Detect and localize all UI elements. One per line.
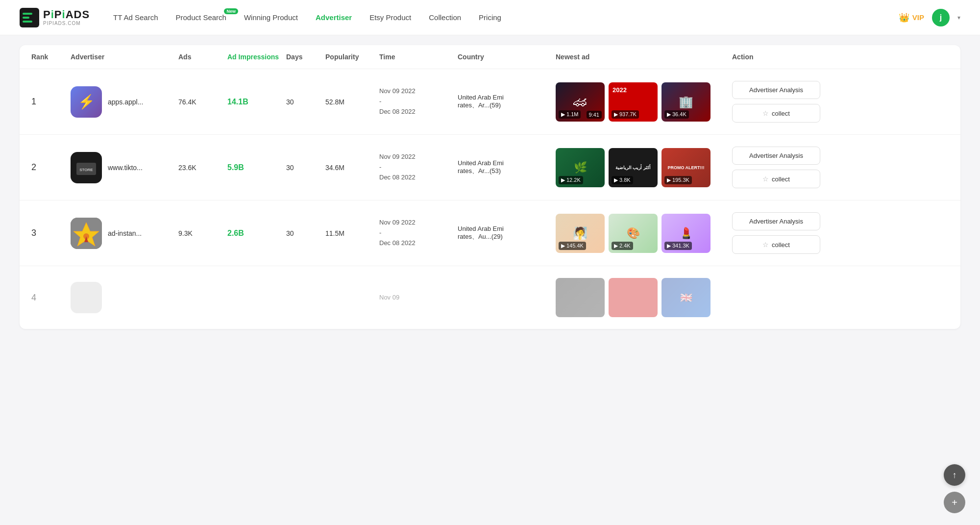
- action-cell-1: Advertiser Analysis ☆ collect: [732, 81, 820, 123]
- impressions-1: 14.1B: [227, 98, 286, 106]
- chevron-down-icon[interactable]: ▾: [957, 14, 960, 21]
- time-badge: 9:41: [587, 111, 602, 119]
- time-4: Nov 09: [379, 293, 458, 303]
- rank-3: 3: [31, 228, 71, 238]
- table-row: 2 STORE www.tikto... 23.6K 5.9B 30 34.6M…: [20, 135, 960, 200]
- action-cell-3: Advertiser Analysis ☆ collect: [732, 212, 820, 254]
- advertiser-cell-1: ⚡ apps.appl...: [71, 86, 178, 118]
- ad-thumb-2-2[interactable]: أكثر أريب الرياضية ▶ 3.8K: [609, 148, 658, 187]
- ad-thumb-1-2[interactable]: 2022 ▶ 937.7K: [609, 82, 658, 122]
- time-3: Nov 09 2022 - Dec 08 2022: [379, 218, 458, 248]
- advertiser-name-3: ad-instan...: [108, 229, 142, 237]
- crown-icon: 👑: [899, 12, 909, 23]
- ad-thumb-1-1[interactable]: 🏎 9:41 ▶ 1.1M: [556, 82, 605, 122]
- ad-thumb-2-1[interactable]: 🌿 ▶ 12.2K: [556, 148, 605, 187]
- advertiser-icon-2: STORE: [71, 152, 102, 183]
- star-icon: ☆: [762, 109, 769, 117]
- logo[interactable]: PiPiADS PIPIADS.COM: [20, 8, 90, 27]
- nav-product-search[interactable]: Product Search New: [176, 13, 226, 22]
- advertiser-icon-1: ⚡: [71, 86, 102, 118]
- newest-ads-4: 🇬🇧: [556, 278, 732, 317]
- ad-thumb-3-1[interactable]: 🧖 ▶ 145.4K: [556, 214, 605, 253]
- collect-button-3[interactable]: ☆ collect: [732, 235, 820, 254]
- view-count-2-3: ▶ 195.3K: [664, 176, 692, 184]
- advertiser-cell-4: [71, 282, 178, 313]
- view-count-3-1: ▶ 145.4K: [559, 242, 586, 250]
- advertiser-icon-4: [71, 282, 102, 313]
- view-count-1-1: ▶ 1.1M: [559, 110, 581, 119]
- impressions-3: 2.6B: [227, 229, 286, 238]
- main-nav: TT Ad Search Product Search New Winning …: [113, 13, 899, 22]
- collect-button-1[interactable]: ☆ collect: [732, 104, 820, 123]
- view-count-1-3: ▶ 36.4K: [664, 110, 689, 119]
- time-1: Nov 09 2022 - Dec 08 2022: [379, 86, 458, 117]
- ad-thumb-4-3[interactable]: 🇬🇧: [662, 278, 710, 317]
- ad-thumb-2-3[interactable]: PROMO ALERT!!! ▶ 195.3K: [662, 148, 710, 187]
- ad-text-2-2: أكثر أريب الرياضية: [613, 163, 653, 172]
- action-cell-2: Advertiser Analysis ☆ collect: [732, 147, 820, 188]
- ads-2: 23.6K: [178, 164, 227, 172]
- newest-ads-1: 🏎 9:41 ▶ 1.1M 2022 ▶ 937.7K: [556, 82, 732, 122]
- col-popularity: Popularity: [325, 53, 379, 61]
- nav-advertiser[interactable]: Advertiser: [316, 13, 352, 22]
- col-time: Time: [379, 53, 458, 61]
- col-advertiser: Advertiser: [71, 53, 178, 61]
- nav-etsy-product[interactable]: Etsy Product: [369, 13, 411, 22]
- new-badge: New: [224, 8, 238, 14]
- ad-thumb-1-3[interactable]: 🏢 ▶ 36.4K: [662, 82, 710, 122]
- logo-icon: [20, 8, 39, 27]
- vip-button[interactable]: 👑 VIP: [899, 12, 924, 23]
- col-ads: Ads: [178, 53, 227, 61]
- collect-button-2[interactable]: ☆ collect: [732, 170, 820, 188]
- svg-text:STORE: STORE: [79, 168, 93, 172]
- col-ad-impressions[interactable]: Ad Impressions: [227, 53, 286, 61]
- days-1: 30: [286, 98, 325, 106]
- avatar[interactable]: j: [932, 9, 950, 26]
- advertiser-name-2: www.tikto...: [108, 164, 143, 172]
- popularity-3: 11.5M: [325, 229, 379, 237]
- star-icon: ☆: [762, 175, 769, 183]
- nav-winning-product[interactable]: Winning Product: [244, 13, 298, 22]
- main-content: Rank Advertiser Ads Ad Impressions Days …: [0, 35, 980, 339]
- ad-thumb-3-3[interactable]: 💄 ▶ 341.3K: [662, 214, 710, 253]
- star-icon: ☆: [762, 241, 769, 249]
- view-count-3-3: ▶ 341.3K: [664, 242, 692, 250]
- brand-name: PiPiADS: [43, 9, 90, 20]
- ads-3: 9.3K: [178, 229, 227, 237]
- advertiser-cell-2: STORE www.tikto...: [71, 152, 178, 183]
- col-rank: Rank: [31, 53, 71, 61]
- newest-ads-3: 🧖 ▶ 145.4K 🎨 ▶ 2.4K: [556, 214, 732, 253]
- ad-text-2-3: PROMO ALERT!!!: [665, 163, 706, 172]
- svg-rect-2: [23, 17, 29, 19]
- col-newest-ad: Newest ad: [556, 53, 732, 61]
- ad-thumb-4-2[interactable]: [609, 278, 658, 317]
- days-3: 30: [286, 229, 325, 237]
- analysis-button-1[interactable]: Advertiser Analysis: [732, 81, 820, 99]
- rank-1: 1: [31, 97, 71, 107]
- country-2: United Arab Emi rates、Ar...(53): [458, 159, 556, 175]
- analysis-button-2[interactable]: Advertiser Analysis: [732, 147, 820, 165]
- logo-text: PiPiADS PIPIADS.COM: [43, 9, 90, 26]
- country-1: United Arab Emi rates、Ar...(59): [458, 94, 556, 110]
- header: PiPiADS PIPIADS.COM TT Ad Search Product…: [0, 0, 980, 35]
- header-right: 👑 VIP j ▾: [899, 9, 960, 26]
- nav-pricing[interactable]: Pricing: [479, 13, 501, 22]
- time-2: Nov 09 2022 - Dec 08 2022: [379, 152, 458, 182]
- ad-thumb-4-1[interactable]: [556, 278, 605, 317]
- col-country: Country: [458, 53, 556, 61]
- table-header: Rank Advertiser Ads Ad Impressions Days …: [20, 45, 960, 69]
- analysis-button-3[interactable]: Advertiser Analysis: [732, 212, 820, 230]
- nav-collection[interactable]: Collection: [429, 13, 461, 22]
- svg-rect-1: [23, 13, 32, 15]
- newest-ads-2: 🌿 ▶ 12.2K أكثر أريب الرياضية ▶ 3.8K: [556, 148, 732, 187]
- popularity-2: 34.6M: [325, 164, 379, 172]
- country-3: United Arab Emi rates、Au...(29): [458, 225, 556, 241]
- days-2: 30: [286, 164, 325, 172]
- popularity-1: 52.8M: [325, 98, 379, 106]
- ad-thumb-3-2[interactable]: 🎨 ▶ 2.4K: [609, 214, 658, 253]
- rank-4: 4: [31, 293, 71, 303]
- nav-tt-ad-search[interactable]: TT Ad Search: [113, 13, 158, 22]
- year-badge: 2022: [612, 86, 627, 94]
- table-row: 1 ⚡ apps.appl... 76.4K 14.1B 30 52.8M No…: [20, 69, 960, 135]
- view-count-2-1: ▶ 12.2K: [559, 176, 583, 184]
